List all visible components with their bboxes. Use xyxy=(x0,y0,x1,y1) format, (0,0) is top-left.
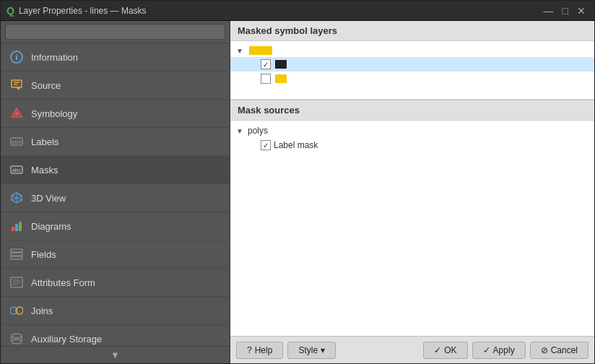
svg-point-31 xyxy=(12,339,22,344)
sidebar-item-masks[interactable]: abc Masks xyxy=(1,156,230,184)
label-mask-label: Label mask xyxy=(274,140,318,150)
polys-label: polys xyxy=(248,126,268,136)
style-button[interactable]: Style ▾ xyxy=(287,342,336,359)
tree-toggle-root[interactable]: ▼ xyxy=(235,47,245,55)
root-swatch-yellow xyxy=(249,46,272,55)
svg-point-28 xyxy=(12,334,22,338)
tree-item-child2[interactable] xyxy=(230,72,594,86)
bottom-right: ✓ OK ✓ Apply ⊘ Cancel xyxy=(423,342,589,359)
sidebar-item-3dview-label: 3D View xyxy=(31,193,66,204)
apply-checkmark-icon: ✓ xyxy=(483,345,490,355)
svg-text:i: i xyxy=(15,53,17,61)
mask-sources-header: Mask sources xyxy=(230,99,594,121)
sidebar-item-labels[interactable]: abc Labels xyxy=(1,128,230,156)
sidebar-item-attributes-form[interactable]: Attributes Form xyxy=(1,269,230,297)
joins-icon xyxy=(9,303,24,318)
help-label: Help xyxy=(255,345,273,355)
style-label: Style xyxy=(298,345,318,355)
svg-rect-21 xyxy=(11,256,22,259)
panel-areas: Masked symbol layers ▼ xyxy=(230,21,594,336)
tree-item-polys[interactable]: ▼ polys xyxy=(230,124,594,138)
right-panel: Masked symbol layers ▼ xyxy=(230,21,594,363)
child2-swatch xyxy=(275,74,287,83)
titlebar: Q Layer Properties - lines — Masks — □ ✕ xyxy=(1,1,594,21)
child1-swatch xyxy=(275,60,287,69)
sidebar-scroll-indicator: ▼ xyxy=(1,346,230,363)
app-icon: Q xyxy=(6,5,14,17)
masked-symbol-layers-container: Masked symbol layers ▼ xyxy=(230,21,594,99)
tree-item-label-mask[interactable]: ✓ Label mask xyxy=(230,138,594,152)
tree-item-child1[interactable]: ✓ xyxy=(230,57,594,72)
attributes-form-icon xyxy=(9,275,24,290)
sidebar-item-diagrams[interactable]: Diagrams xyxy=(1,212,230,240)
bottom-bar: ? Help Style ▾ ✓ OK ✓ Apply xyxy=(230,336,594,363)
titlebar-controls: — □ ✕ xyxy=(541,6,589,16)
mask-sources-container: Mask sources ▼ polys ✓ Label mask xyxy=(230,99,594,336)
cancel-icon: ⊘ xyxy=(541,345,548,355)
main-window: Q Layer Properties - lines — Masks — □ ✕ xyxy=(0,0,595,364)
svg-text:abc: abc xyxy=(12,168,21,173)
sidebar-item-3dview[interactable]: 3D View xyxy=(1,184,230,212)
style-dropdown-icon: ▾ xyxy=(321,345,325,355)
sidebar-item-fields[interactable]: Fields xyxy=(1,240,230,269)
sidebar-item-symbology-label: Symbology xyxy=(31,108,77,119)
svg-text:abc: abc xyxy=(12,139,22,145)
ok-checkmark-icon: ✓ xyxy=(434,345,441,355)
tree-toggle-polys[interactable]: ▼ xyxy=(235,127,245,135)
3dview-icon xyxy=(9,191,24,205)
sidebar-item-attributes-form-label: Attributes Form xyxy=(31,277,95,288)
sidebar-item-labels-label: Labels xyxy=(31,136,58,147)
symbology-icon xyxy=(9,106,24,121)
sidebar-item-source-label: Source xyxy=(31,80,61,91)
sidebar-item-symbology[interactable]: Symbology xyxy=(1,100,230,128)
main-content: i Information Source xyxy=(1,21,594,363)
tree-item-root[interactable]: ▼ xyxy=(230,44,594,57)
search-bar xyxy=(1,21,230,43)
svg-rect-17 xyxy=(15,224,18,231)
svg-rect-16 xyxy=(12,227,14,231)
apply-button[interactable]: ✓ Apply xyxy=(472,342,526,359)
maximize-button[interactable]: □ xyxy=(560,6,571,16)
child2-swatch-yellow xyxy=(275,74,287,83)
sidebar-item-joins[interactable]: Joins xyxy=(1,297,230,325)
labels-icon: abc xyxy=(9,134,24,149)
svg-rect-19 xyxy=(11,249,22,252)
source-icon xyxy=(9,78,24,92)
window-title: Layer Properties - lines — Masks xyxy=(19,6,147,16)
minimize-button[interactable]: — xyxy=(541,6,557,16)
masked-symbol-layers-header: Masked symbol layers xyxy=(230,21,594,41)
cancel-label: Cancel xyxy=(551,345,578,355)
checkbox-label-mask[interactable]: ✓ xyxy=(261,140,271,150)
cancel-button[interactable]: ⊘ Cancel xyxy=(530,342,589,359)
auxiliary-storage-icon xyxy=(9,332,24,346)
svg-marker-5 xyxy=(17,86,19,90)
sidebar-item-joins-label: Joins xyxy=(31,306,53,316)
sidebar-item-auxiliary-storage-label: Auxiliary Storage xyxy=(31,334,102,344)
child1-swatch-black xyxy=(275,60,287,69)
search-input[interactable] xyxy=(5,24,225,40)
close-button[interactable]: ✕ xyxy=(574,6,589,16)
sidebar-item-masks-label: Masks xyxy=(31,165,58,176)
sidebar-item-information-label: Information xyxy=(31,52,78,63)
sidebar-item-source[interactable]: Source xyxy=(1,72,230,100)
sidebar-item-information[interactable]: i Information xyxy=(1,43,230,72)
sidebar-item-fields-label: Fields xyxy=(31,249,56,260)
checkbox-child2[interactable] xyxy=(261,74,271,84)
masks-icon: abc xyxy=(9,162,24,177)
help-icon: ? xyxy=(247,345,252,355)
sidebar-item-auxiliary-storage[interactable]: Auxiliary Storage xyxy=(1,325,230,346)
svg-rect-18 xyxy=(19,222,22,231)
svg-rect-20 xyxy=(11,253,22,256)
fields-icon xyxy=(9,247,24,261)
info-icon: i xyxy=(9,50,24,64)
root-swatch xyxy=(249,46,272,55)
masked-symbol-layers-tree: ▼ ✓ xyxy=(230,41,594,99)
svg-rect-2 xyxy=(12,80,22,87)
sidebar: i Information Source xyxy=(1,21,230,363)
apply-label: Apply xyxy=(493,345,515,355)
checkbox-child1[interactable]: ✓ xyxy=(261,59,271,69)
mask-sources-tree: ▼ polys ✓ Label mask xyxy=(230,121,594,336)
ok-label: OK xyxy=(444,345,456,355)
ok-button[interactable]: ✓ OK xyxy=(423,342,467,359)
help-button[interactable]: ? Help xyxy=(236,342,283,359)
